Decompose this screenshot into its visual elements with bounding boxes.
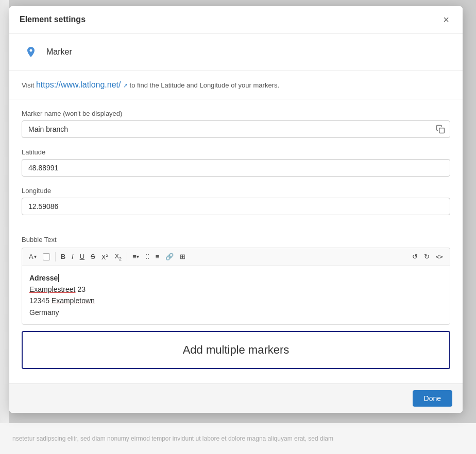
- modal-title: Element settings: [20, 15, 86, 24]
- modal-footer: Done: [9, 383, 463, 413]
- modal-body: Marker Visit https://www.latlong.net/ ↗ …: [9, 33, 463, 383]
- latlong-link[interactable]: https://www.latlong.net/ ↗: [36, 80, 128, 89]
- address-city-line: 12345 Exampletown: [29, 295, 443, 306]
- marker-name-input[interactable]: [22, 120, 450, 138]
- rich-text-toolbar: A ▾ B I U S: [22, 248, 450, 266]
- background-left: [0, 0, 9, 454]
- address-country-line: Germany: [29, 307, 443, 318]
- marker-name-group: Marker name (won't be displayed): [22, 110, 450, 138]
- longitude-group: Longitude: [22, 187, 450, 215]
- unordered-list-button[interactable]: ⁚⁚: [143, 251, 152, 262]
- bubble-text-label: Bubble Text: [22, 236, 450, 243]
- align-button[interactable]: ≡ ▾: [130, 251, 142, 262]
- info-suffix: to find the Latitude and Longitude of yo…: [128, 81, 279, 89]
- longitude-input[interactable]: [22, 198, 450, 215]
- strikethrough-button[interactable]: S: [88, 251, 98, 262]
- info-prefix: Visit: [22, 81, 36, 89]
- underline-button[interactable]: U: [77, 251, 87, 262]
- marker-name-input-wrapper: [22, 120, 450, 138]
- modal-header: Element settings ×: [9, 6, 463, 33]
- marker-type-label: Marker: [46, 47, 72, 57]
- link-button[interactable]: 🔗: [163, 251, 176, 262]
- font-size-button[interactable]: A ▾: [26, 251, 39, 262]
- background-bottom: nsetetur sadipscing elitr, sed diam nonu…: [0, 423, 476, 454]
- ordered-list-button[interactable]: ≡: [153, 251, 162, 262]
- bold-button[interactable]: B: [58, 251, 68, 262]
- bubble-text-section: Bubble Text A ▾ B I U: [9, 236, 463, 383]
- undo-button[interactable]: ↺: [410, 251, 420, 262]
- address-street-line: Examplestreet 23: [29, 284, 443, 295]
- bg-bottom-text: nsetetur sadipscing elitr, sed diam nonu…: [12, 435, 333, 442]
- element-settings-modal: Element settings × Marker Visit https://…: [9, 6, 463, 413]
- redo-button[interactable]: ↻: [421, 251, 432, 262]
- marker-type-section: Marker: [9, 33, 463, 71]
- superscript-button[interactable]: X2: [99, 251, 111, 263]
- latitude-group: Latitude: [22, 148, 450, 177]
- done-button[interactable]: Done: [413, 390, 452, 407]
- latitude-label: Latitude: [22, 148, 450, 156]
- color-picker-button[interactable]: [40, 252, 53, 262]
- table-button[interactable]: ⊞: [177, 251, 188, 262]
- copy-marker-name-button[interactable]: [435, 124, 446, 135]
- source-code-button[interactable]: <>: [433, 252, 446, 262]
- bubble-text-content[interactable]: Adresse Examplestreet 23 12345 Exampleto…: [22, 266, 450, 325]
- toolbar-divider-2: [127, 252, 127, 261]
- form-section: Marker name (won't be displayed) Latitud…: [9, 99, 463, 236]
- svg-rect-0: [439, 128, 445, 133]
- italic-button[interactable]: I: [69, 251, 76, 262]
- address-bold-line: Adresse: [29, 272, 443, 284]
- modal-close-button[interactable]: ×: [440, 13, 452, 26]
- toolbar-divider-1: [55, 252, 56, 261]
- latitude-input[interactable]: [22, 159, 450, 177]
- longitude-label: Longitude: [22, 187, 450, 195]
- subscript-button[interactable]: X2: [112, 251, 124, 263]
- info-section: Visit https://www.latlong.net/ ↗ to find…: [9, 71, 463, 99]
- marker-type-icon: [22, 43, 40, 61]
- add-multiple-markers-button[interactable]: Add multiple markers: [22, 331, 450, 369]
- marker-name-label: Marker name (won't be displayed): [22, 110, 450, 117]
